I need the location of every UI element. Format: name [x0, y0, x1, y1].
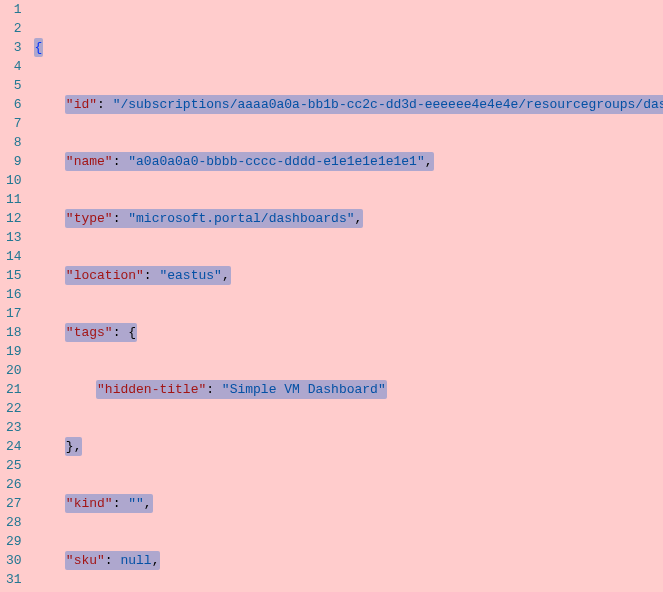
line-number: 10 — [6, 171, 22, 190]
line-number: 17 — [6, 304, 22, 323]
code-line[interactable]: "tags": { — [34, 323, 663, 342]
line-number: 20 — [6, 361, 22, 380]
line-number: 2 — [6, 19, 22, 38]
code-editor[interactable]: 1 2 3 4 5 6 7 8 9 10 11 12 13 14 15 16 1… — [0, 0, 663, 592]
code-line[interactable]: "id": "/subscriptions/aaaa0a0a-bb1b-cc2c… — [34, 95, 663, 114]
line-number: 23 — [6, 418, 22, 437]
line-number: 24 — [6, 437, 22, 456]
line-number: 30 — [6, 551, 22, 570]
line-number: 27 — [6, 494, 22, 513]
line-number: 7 — [6, 114, 22, 133]
code-line[interactable]: "hidden-title": "Simple VM Dashboard" — [34, 380, 663, 399]
line-number: 12 — [6, 209, 22, 228]
line-number: 14 — [6, 247, 22, 266]
code-line[interactable]: { — [34, 38, 663, 57]
code-content[interactable]: { "id": "/subscriptions/aaaa0a0a-bb1b-cc… — [32, 0, 663, 592]
line-number: 26 — [6, 475, 22, 494]
code-line[interactable]: }, — [34, 437, 663, 456]
line-number: 1 — [6, 0, 22, 19]
line-number: 13 — [6, 228, 22, 247]
line-number: 5 — [6, 76, 22, 95]
line-number: 18 — [6, 323, 22, 342]
code-line[interactable]: "type": "microsoft.portal/dashboards", — [34, 209, 663, 228]
line-number: 29 — [6, 532, 22, 551]
line-number: 16 — [6, 285, 22, 304]
line-number: 3 — [6, 38, 22, 57]
code-line[interactable]: "kind": "", — [34, 494, 663, 513]
line-number: 22 — [6, 399, 22, 418]
line-number: 21 — [6, 380, 22, 399]
line-number: 15 — [6, 266, 22, 285]
line-number-gutter: 1 2 3 4 5 6 7 8 9 10 11 12 13 14 15 16 1… — [0, 0, 32, 592]
line-number: 6 — [6, 95, 22, 114]
line-number: 28 — [6, 513, 22, 532]
code-line[interactable]: "name": "a0a0a0a0-bbbb-cccc-dddd-e1e1e1e… — [34, 152, 663, 171]
line-number: 19 — [6, 342, 22, 361]
line-number: 8 — [6, 133, 22, 152]
line-number: 4 — [6, 57, 22, 76]
line-number: 9 — [6, 152, 22, 171]
line-number: 25 — [6, 456, 22, 475]
line-number: 11 — [6, 190, 22, 209]
line-number: 31 — [6, 570, 22, 589]
code-line[interactable]: "location": "eastus", — [34, 266, 663, 285]
code-line[interactable]: "sku": null, — [34, 551, 663, 570]
